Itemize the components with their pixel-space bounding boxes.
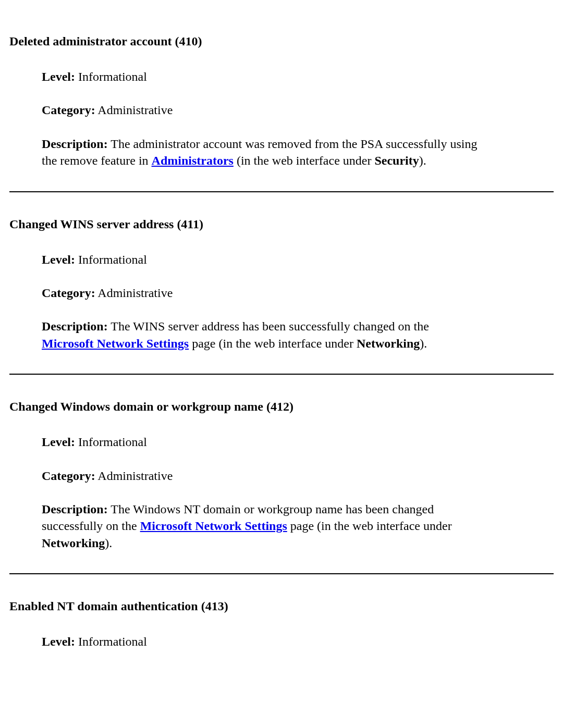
description-text-mid: (in the web interface under [234, 154, 375, 167]
event-description-row: Description: The Windows NT domain or wo… [42, 501, 554, 551]
description-label: Description: [42, 137, 108, 151]
event-title: Changed Windows domain or workgroup name… [9, 400, 554, 414]
category-value: Administrative [97, 469, 173, 483]
event-category-row: Category: Administrative [42, 467, 554, 484]
description-text-mid: page (in the web interface under [287, 519, 452, 533]
category-label: Category: [42, 286, 95, 300]
level-value: Informational [78, 435, 147, 449]
section-divider [9, 573, 554, 574]
level-value: Informational [78, 70, 147, 83]
event-level-row: Level: Informational [42, 434, 554, 450]
event-description-row: Description: The administrator account w… [42, 135, 554, 169]
description-text-mid: page (in the web interface under [189, 337, 357, 350]
category-label: Category: [42, 469, 95, 483]
event-level-row: Level: Informational [42, 251, 554, 268]
description-label: Description: [42, 502, 108, 516]
category-value: Administrative [97, 103, 173, 117]
administrators-link[interactable]: Administrators [152, 154, 234, 167]
description-text-post: ). [419, 154, 426, 167]
event-entry: Changed Windows domain or workgroup name… [9, 400, 554, 551]
level-label: Level: [42, 70, 75, 83]
category-label: Category: [42, 103, 95, 117]
event-level-row: Level: Informational [42, 68, 554, 85]
level-value: Informational [78, 253, 147, 266]
description-bold: Networking [42, 536, 105, 550]
event-entry: Deleted administrator account (410) Leve… [9, 34, 554, 169]
level-label: Level: [42, 253, 75, 266]
event-title: Deleted administrator account (410) [9, 34, 554, 48]
category-value: Administrative [97, 286, 173, 300]
description-bold: Security [374, 154, 419, 167]
microsoft-network-settings-link[interactable]: Microsoft Network Settings [140, 519, 287, 533]
event-level-row: Level: Informational [42, 633, 554, 650]
event-category-row: Category: Administrative [42, 102, 554, 118]
description-text-post: ). [420, 337, 427, 350]
event-entry: Changed WINS server address (411) Level:… [9, 217, 554, 352]
event-description-row: Description: The WINS server address has… [42, 318, 554, 352]
event-title: Enabled NT domain authentication (413) [9, 599, 554, 613]
description-text-pre: The WINS server address has been success… [111, 319, 429, 333]
level-value: Informational [78, 635, 147, 648]
description-label: Description: [42, 319, 108, 333]
section-divider [9, 191, 554, 192]
event-title: Changed WINS server address (411) [9, 217, 554, 231]
microsoft-network-settings-link[interactable]: Microsoft Network Settings [42, 337, 189, 350]
level-label: Level: [42, 435, 75, 449]
event-entry: Enabled NT domain authentication (413) L… [9, 599, 554, 650]
level-label: Level: [42, 635, 75, 648]
event-category-row: Category: Administrative [42, 285, 554, 301]
section-divider [9, 374, 554, 375]
description-text-post: ). [105, 536, 112, 550]
description-bold: Networking [357, 337, 420, 350]
